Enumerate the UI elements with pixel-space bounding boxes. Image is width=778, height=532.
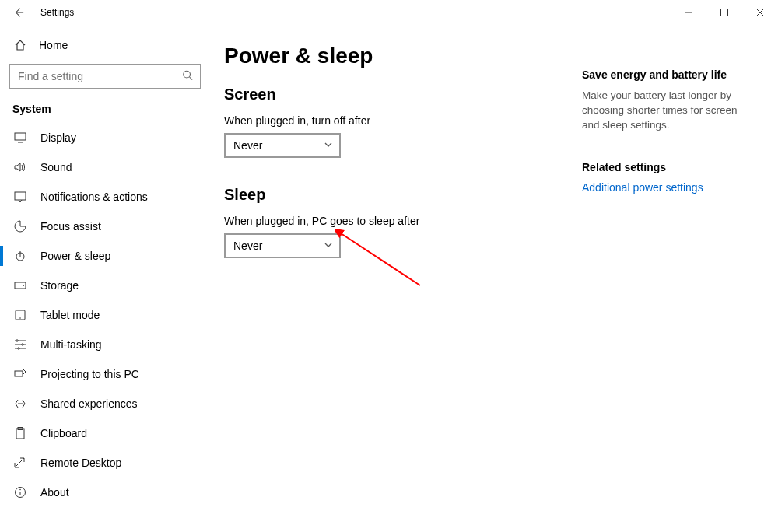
search-container [9,64,201,89]
chevron-down-icon [324,139,333,152]
sidebar-item-label: Display [40,131,76,144]
svg-point-20 [18,348,19,349]
tablet-icon [12,310,28,320]
sidebar-item-label: Storage [40,279,79,292]
home-label: Home [39,39,68,51]
window-title: Settings [40,7,74,18]
close-button[interactable] [742,0,778,25]
related-heading: Related settings [582,161,745,173]
screen-timeout-dropdown[interactable]: Never [224,133,341,158]
sidebar-item-shared-experiences[interactable]: Shared experiences [0,389,210,418]
sidebar-item-storage[interactable]: Storage [0,271,210,300]
svg-rect-6 [15,133,26,140]
chevron-down-icon [324,240,333,252]
home-icon [12,39,28,51]
energy-heading: Save energy and battery life [582,68,745,81]
svg-rect-21 [15,371,23,376]
sidebar-item-label: Power & sleep [40,250,110,262]
clipboard-icon [12,427,28,439]
additional-power-settings-link[interactable]: Additional power settings [582,181,745,194]
sidebar-item-label: Multi-tasking [40,338,102,351]
screen-timeout-value: Never [233,139,262,152]
display-icon [12,132,28,143]
about-icon [12,486,28,499]
search-input[interactable] [9,64,201,89]
sidebar-item-sound[interactable]: Sound [0,152,210,182]
section-screen-heading: Screen [224,86,582,103]
sidebar-item-multitasking[interactable]: Multi-tasking [0,330,210,359]
content: Power & sleep Screen When plugged in, tu… [224,44,582,532]
home-nav[interactable]: Home [0,31,210,59]
window-controls [671,0,778,25]
sidebar-item-label: Clipboard [40,427,87,439]
back-arrow-icon [13,7,24,18]
sidebar-item-power-sleep[interactable]: Power & sleep [0,241,210,271]
close-icon [756,9,764,16]
notifications-icon [12,191,28,202]
storage-icon [12,282,28,289]
svg-rect-8 [15,192,26,200]
sidebar-item-label: Remote Desktop [40,457,121,469]
sidebar-item-label: Tablet mode [40,309,100,321]
category-heading: System [0,98,210,123]
screen-field-label: When plugged in, turn off after [224,114,582,127]
sidebar-item-notifications[interactable]: Notifications & actions [0,182,210,212]
page-title: Power & sleep [224,44,582,68]
sidebar-item-label: About [40,486,69,499]
sidebar-item-remote-desktop[interactable]: Remote Desktop [0,448,210,478]
main-panel: Power & sleep Screen When plugged in, tu… [210,25,778,532]
sidebar: Home System Display Sound Notifications … [0,25,210,532]
sidebar-item-label: Focus assist [40,220,101,233]
sleep-timeout-dropdown[interactable]: Never [224,233,341,258]
sidebar-item-label: Shared experiences [40,397,138,410]
sleep-timeout-value: Never [233,240,262,252]
svg-point-14 [19,317,21,319]
energy-text: Make your battery last longer by choosin… [582,89,745,133]
sidebar-item-about[interactable]: About [0,478,210,507]
svg-point-26 [19,489,21,491]
sidebar-item-projecting[interactable]: Projecting to this PC [0,359,210,389]
aside-panel: Save energy and battery life Make your b… [582,44,745,532]
sidebar-item-tablet-mode[interactable]: Tablet mode [0,300,210,330]
sidebar-item-label: Sound [40,161,72,173]
sound-icon [12,162,28,173]
sidebar-item-label: Notifications & actions [40,191,148,203]
svg-rect-1 [721,9,728,16]
remote-desktop-icon [12,457,28,468]
minimize-icon [685,9,692,16]
titlebar: Settings [0,0,778,25]
svg-point-19 [22,344,23,345]
focus-assist-icon [12,220,28,233]
power-icon [12,250,28,262]
svg-point-18 [16,340,18,341]
sidebar-item-display[interactable]: Display [0,123,210,152]
multitasking-icon [12,339,28,350]
svg-point-12 [23,285,24,286]
sidebar-item-focus-assist[interactable]: Focus assist [0,212,210,241]
maximize-button[interactable] [706,0,742,25]
sidebar-item-clipboard[interactable]: Clipboard [0,418,210,448]
section-sleep-heading: Sleep [224,186,582,204]
sleep-field-label: When plugged in, PC goes to sleep after [224,215,582,227]
minimize-button[interactable] [671,0,706,25]
projecting-icon [12,369,28,380]
sidebar-item-label: Projecting to this PC [40,368,139,380]
maximize-icon [720,9,728,16]
shared-icon [12,398,28,409]
back-button[interactable] [9,3,28,22]
